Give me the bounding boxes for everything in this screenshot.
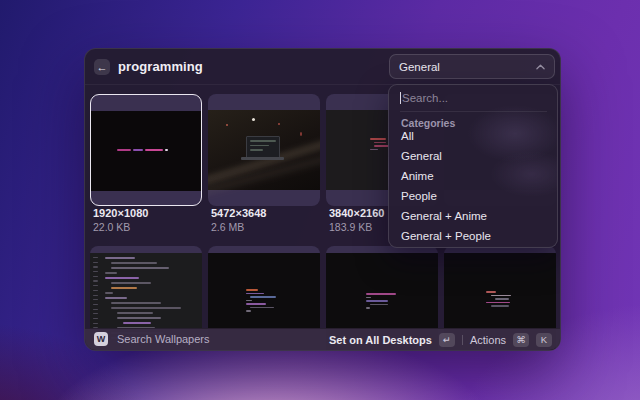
page-title: programming: [118, 49, 203, 84]
wallpapers-app-icon: W: [94, 332, 108, 346]
category-search-field[interactable]: Search...: [400, 85, 547, 112]
thumb-art: [252, 118, 255, 121]
thumb-art: [246, 289, 276, 312]
wallpaper-card-1[interactable]: [90, 94, 202, 206]
wallpaper-filesize: 2.6 MB: [211, 221, 244, 233]
k-key-icon: K: [536, 333, 552, 347]
thumb-art: [117, 149, 168, 151]
wallpaper-resolution: 5472×3648: [211, 207, 266, 219]
wallpaper-resolution: 3840×2160: [329, 207, 384, 219]
wallpaper-filesize: 22.0 KB: [93, 221, 130, 233]
wallpaper-card-2[interactable]: [208, 94, 320, 206]
return-key-icon: ↵: [439, 333, 455, 347]
window-header: ← programming General: [85, 49, 560, 85]
text-cursor: [400, 92, 401, 104]
categories-section-label: Categories: [401, 117, 455, 129]
thumb-art: [366, 293, 396, 309]
category-dropdown-panel: Search... Categories All General Anime P…: [388, 84, 558, 248]
category-item-anime[interactable]: Anime: [401, 169, 434, 183]
wallpaper-thumbnail-2: [208, 110, 320, 190]
category-item-general-anime[interactable]: General + Anime: [401, 209, 487, 223]
app-label: Search Wallpapers: [117, 329, 210, 350]
category-select-value: General: [399, 61, 536, 73]
primary-action-label[interactable]: Set on All Desktops: [329, 334, 432, 346]
category-item-all[interactable]: All: [401, 129, 414, 143]
category-item-general-people[interactable]: General + People: [401, 229, 491, 243]
category-item-general[interactable]: General: [401, 149, 442, 163]
action-bar: W Search Wallpapers Set on All Desktops …: [85, 328, 560, 350]
wallpaper-resolution: 1920×1080: [93, 207, 148, 219]
back-button[interactable]: ←: [94, 59, 110, 75]
thumb-art: [105, 257, 181, 339]
thumb-art: [370, 138, 389, 150]
category-item-people[interactable]: People: [401, 189, 437, 203]
wallpaper-search-window: ← programming General: [84, 48, 561, 351]
category-select-button[interactable]: General: [389, 54, 555, 79]
category-search-placeholder: Search...: [402, 92, 448, 104]
back-arrow-icon: ←: [97, 61, 108, 73]
chevron-up-icon: [536, 64, 545, 70]
wallpaper-filesize: 183.9 KB: [329, 221, 372, 233]
actions-button[interactable]: Actions: [470, 334, 506, 346]
footer-divider: [462, 335, 463, 345]
thumb-art: [486, 291, 511, 307]
wallpaper-thumbnail-1: [91, 111, 201, 191]
cmd-key-icon: ⌘: [513, 333, 529, 347]
